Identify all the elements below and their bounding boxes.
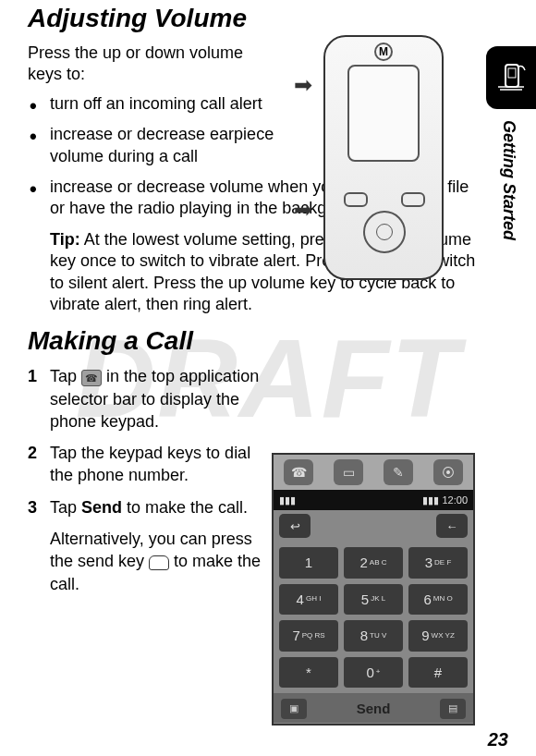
step-1-prefix: Tap: [50, 367, 81, 385]
settings-tab-icon: ⦿: [433, 459, 463, 485]
bullet-2: increase or decrease earpiece volume dur…: [50, 124, 290, 167]
phone-hand-icon: [486, 46, 536, 109]
phone-body: M: [323, 35, 444, 280]
section-title-volume: Adjusting Volume: [28, 4, 508, 33]
step-3-prefix: Tap: [50, 498, 81, 517]
soft-key-left: [344, 192, 368, 207]
send-button-label: Send: [357, 701, 391, 716]
phone-screen: [347, 65, 420, 162]
backspace-icon: ←: [436, 514, 468, 538]
clock-text: 12:00: [442, 494, 468, 506]
key-hash: #: [408, 657, 468, 689]
key-0: 0+: [344, 657, 403, 689]
key-star: *: [279, 657, 338, 689]
section-title-call: Making a Call: [28, 326, 508, 356]
key-4: 4GH I: [279, 584, 338, 616]
send-key-icon: [149, 555, 169, 570]
side-tab: Getting Started: [486, 46, 536, 314]
phone-tab-icon: ☎: [284, 459, 313, 485]
status-bar: ▮▮▮ ▮▮▮ 12:00: [274, 490, 473, 510]
key-1: 1: [279, 547, 338, 579]
key-8: 8TU V: [344, 620, 403, 652]
volume-intro: Press the up or down volume keys to:: [28, 43, 277, 86]
phone-illustration: ➡ ➡ M: [286, 35, 457, 289]
dpad: [363, 211, 406, 253]
menu-icon: ▣: [281, 699, 307, 719]
svg-rect-1: [508, 68, 516, 78]
phone-app-icon: ☎: [81, 370, 102, 386]
redial-icon: ↩: [279, 514, 311, 538]
battery-icon: ▮▮▮: [422, 494, 439, 506]
phone-controls: [340, 190, 429, 264]
motorola-logo-icon: M: [374, 43, 393, 61]
keypad-screenshot: ☎ ▭ ✎ ⦿ ▮▮▮ ▮▮▮ 12:00 ↩ ← 1 2AB C 3DE F …: [272, 453, 475, 726]
step-2-text: Tap the keypad keys to dial the phone nu…: [50, 442, 272, 487]
edit-tab-icon: ✎: [384, 459, 413, 485]
key-6: 6MN O: [408, 584, 468, 616]
bullet-1: turn off an incoming call alert: [50, 93, 290, 115]
key-7: 7PQ RS: [279, 620, 338, 652]
soft-key-right: [401, 192, 425, 207]
key-3: 3DE F: [408, 547, 468, 579]
keypad-grid: 1 2AB C 3DE F 4GH I 5JK L 6MN O 7PQ RS 8…: [274, 542, 473, 693]
app-selector-bar: ☎ ▭ ✎ ⦿: [274, 455, 473, 490]
step-3-suffix: to make the call.: [122, 498, 248, 517]
arrow-down-icon: ➡: [294, 197, 312, 223]
side-tab-label: Getting Started: [486, 120, 518, 240]
contacts-tab-icon: ▭: [334, 459, 363, 485]
call-control-row: ↩ ←: [274, 510, 473, 542]
step-1: Tap ☎ in the top application selector ba…: [28, 365, 508, 433]
key-5: 5JK L: [344, 584, 403, 616]
arrow-up-icon: ➡: [294, 72, 312, 98]
signal-icon: ▮▮▮: [279, 494, 296, 506]
key-9: 9WX YZ: [408, 620, 468, 652]
step-3-bold: Send: [81, 498, 122, 517]
keypad-footer: ▣ Send ▤: [274, 693, 473, 723]
tip-label: Tip:: [50, 230, 80, 249]
key-2: 2AB C: [344, 547, 403, 579]
contact-icon: ▤: [440, 699, 466, 719]
